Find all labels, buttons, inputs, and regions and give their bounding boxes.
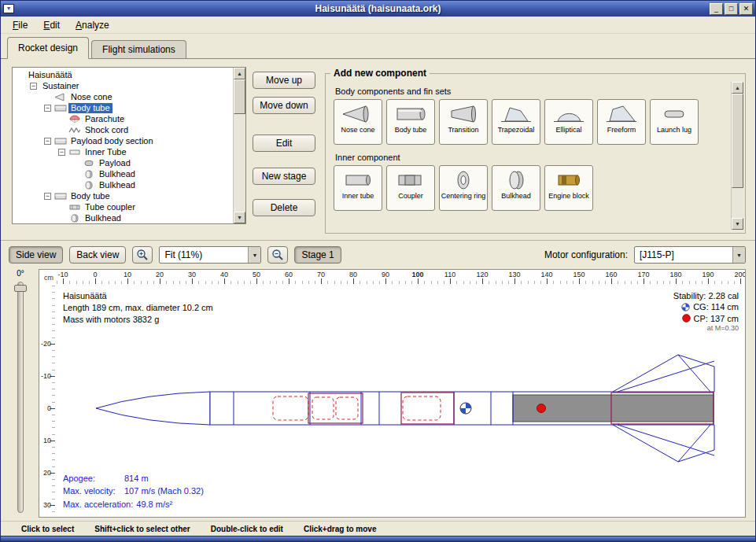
motor-configuration-label: Motor configuration: [544, 249, 628, 260]
h-ruler-label: 60 [285, 271, 293, 278]
rocket-figure-area[interactable]: cm -100102030405060708090100110120130140… [39, 269, 746, 518]
add-bulkhead-button[interactable]: Bulkhead [492, 165, 540, 211]
menu-file[interactable]: File [6, 18, 35, 32]
design-panel: Haisunäätä−SustainerNose cone−Body tubeP… [1, 59, 755, 240]
menubar: File Edit Analyze [1, 17, 755, 34]
add-body-tube-button[interactable]: Body tube [386, 99, 435, 145]
add-engine-block-button[interactable]: Engine block [544, 165, 593, 211]
window-resize-edge[interactable] [1, 536, 755, 541]
fin-shape-top[interactable] [613, 355, 714, 392]
maximize-button[interactable]: □ [725, 3, 738, 15]
figure-canvas[interactable]: Haisunäätä Length 189 cm, max. diameter … [55, 284, 745, 517]
h-ruler-label: 190 [702, 271, 714, 278]
stage-1-toggle[interactable]: Stage 1 [294, 246, 341, 264]
tree-item-nose-cone[interactable]: Nose cone [13, 91, 233, 102]
rotation-slider-thumb[interactable] [14, 285, 27, 292]
rocket-length: Length 189 cm, max. diameter 10.2 cm [63, 302, 213, 314]
engine-block-icon [551, 168, 586, 192]
apogee-label: Apogee: [63, 472, 124, 485]
tree-item-body-tube[interactable]: −Body tube [13, 190, 233, 201]
add-inner-tube-button[interactable]: Inner tube [334, 165, 382, 211]
collapse-icon[interactable]: − [44, 105, 51, 112]
collapse-icon[interactable]: − [58, 149, 65, 156]
payload-icon [83, 159, 97, 168]
scroll-up-icon[interactable]: ▲ [732, 82, 743, 94]
collapse-icon[interactable]: − [44, 193, 51, 200]
cp-marker [537, 404, 546, 413]
horizontal-ruler: -100102030405060708090100110120130140150… [55, 270, 745, 284]
collapse-icon[interactable]: − [30, 83, 37, 90]
tree-item-bulkhead[interactable]: Bulkhead [13, 168, 233, 179]
add-centering-ring-button[interactable]: Centering ring [439, 165, 488, 211]
motor-configuration-value: [J115-P] [635, 249, 732, 260]
component-group-0: Body components and fin sets Nose coneBo… [334, 87, 725, 145]
nose-cone-icon [54, 93, 68, 101]
edit-button[interactable]: Edit [253, 135, 315, 152]
scroll-down-icon[interactable]: ▼ [234, 212, 245, 223]
tree-item-payload[interactable]: Payload [13, 157, 233, 168]
menu-analyze[interactable]: Analyze [68, 18, 116, 32]
menu-edit[interactable]: Edit [36, 18, 67, 32]
figure-panel: Side view Back view Fit (11%) ▼ Stage 1 … [1, 240, 755, 536]
ruler-unit: cm [39, 270, 55, 284]
side-view-button[interactable]: Side view [9, 246, 63, 264]
add-panel-scrollbar-track[interactable] [732, 94, 743, 218]
rocket-name: Haisunäätä [63, 290, 213, 302]
tree-item-bulkhead[interactable]: Bulkhead [13, 179, 233, 190]
chevron-down-icon[interactable]: ▼ [732, 247, 745, 263]
fin-shape-bottom[interactable] [613, 425, 714, 462]
window-menu-icon[interactable]: ▾ [3, 4, 14, 13]
body-tube-icon [54, 192, 68, 201]
h-ruler-label: 10 [124, 271, 131, 278]
add-transition-button[interactable]: Transition [439, 99, 488, 145]
new-stage-button[interactable]: New stage [253, 168, 315, 185]
coupler-icon [68, 203, 83, 212]
back-view-button[interactable]: Back view [69, 246, 126, 264]
zoom-select[interactable]: Fit (11%) ▼ [159, 246, 261, 264]
elliptical-icon [551, 102, 586, 126]
move-down-button[interactable]: Move down [253, 97, 315, 114]
tree-scrollbar-thumb[interactable] [234, 79, 245, 114]
add-elliptical-button[interactable]: Elliptical [544, 99, 593, 145]
tab-rocket-design[interactable]: Rocket design [7, 37, 89, 59]
h-ruler-label: 100 [411, 271, 423, 278]
tree-item-haisunaata[interactable]: Haisunäätä [13, 69, 233, 80]
tree-item-inner-tube[interactable]: −Inner Tube [13, 146, 233, 157]
group-label: Inner component [335, 153, 725, 162]
tree-item-tube-coupler[interactable]: Tube coupler [13, 201, 233, 212]
tree-item-label: Inner Tube [83, 147, 129, 157]
motor-configuration-select[interactable]: [J115-P] ▼ [634, 246, 746, 264]
minimize-button[interactable]: _ [710, 3, 723, 15]
collapse-icon[interactable]: − [44, 138, 51, 145]
add-panel-scrollbar[interactable]: ▲ ▼ [731, 82, 743, 230]
tree-item-bulkhead[interactable]: Bulkhead [13, 212, 233, 223]
tree-scrollbar[interactable]: ▲ ▼ [233, 68, 245, 223]
tab-flight-simulations[interactable]: Flight simulations [91, 40, 186, 58]
add-nose-cone-button[interactable]: Nose cone [334, 99, 382, 145]
tree-item-body-tube[interactable]: −Body tube [13, 102, 233, 113]
add-trapezoidal-button[interactable]: Trapezoidal [492, 99, 540, 145]
tree-item-label: Bulkhead [97, 169, 138, 179]
rotation-slider[interactable] [17, 282, 24, 513]
zoom-out-button[interactable] [267, 246, 288, 264]
tree-item-payload-body-section[interactable]: −Payload body section [13, 135, 233, 146]
add-freeform-button[interactable]: Freeform [597, 99, 646, 145]
scroll-up-icon[interactable]: ▲ [234, 68, 245, 79]
add-coupler-button[interactable]: Coupler [386, 165, 435, 211]
zoom-in-button[interactable] [132, 246, 153, 264]
tree-scrollbar-track[interactable] [234, 79, 245, 212]
chevron-down-icon[interactable]: ▼ [248, 247, 260, 263]
group-label: Body components and fin sets [335, 87, 725, 96]
delete-button[interactable]: Delete [253, 199, 315, 216]
h-ruler-label: 170 [637, 271, 649, 278]
tree-item-parachute[interactable]: Parachute [13, 113, 233, 124]
add-panel-scrollbar-thumb[interactable] [732, 94, 743, 188]
nose-cone-shape[interactable] [96, 392, 210, 425]
h-ruler-label: 180 [669, 271, 681, 278]
move-up-button[interactable]: Move up [253, 72, 315, 89]
scroll-down-icon[interactable]: ▼ [732, 218, 743, 230]
tree-item-shock-cord[interactable]: Shock cord [13, 124, 233, 135]
tree-item-sustainer[interactable]: −Sustainer [13, 80, 233, 91]
add-launch-lug-button[interactable]: Launch lug [650, 99, 699, 145]
close-button[interactable]: ✕ [739, 3, 753, 15]
